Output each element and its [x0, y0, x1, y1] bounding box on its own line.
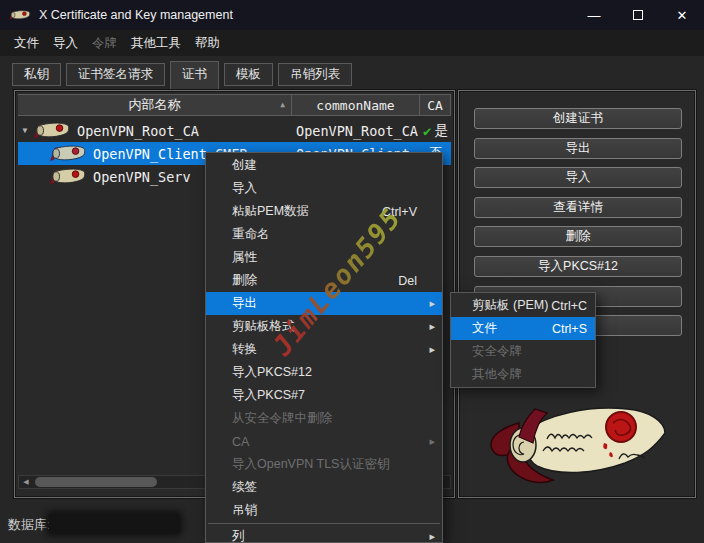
minimize-icon: —: [588, 8, 601, 23]
column-ca[interactable]: CA: [420, 94, 451, 116]
scroll-left-icon[interactable]: ◀: [19, 478, 33, 486]
column-internal-name[interactable]: 内部名称 ▲: [18, 94, 292, 116]
tab-templates[interactable]: 模板: [224, 63, 273, 86]
window-title: X Certificate and Key management: [39, 8, 233, 22]
cert-internal-name: OpenVPN_Serv: [93, 169, 191, 185]
menu-extra[interactable]: 其他工具: [124, 32, 188, 55]
submenu-security-token: 安全令牌: [451, 340, 595, 363]
delete-button[interactable]: 删除: [474, 226, 682, 247]
column-commonname[interactable]: commonName: [292, 94, 420, 116]
ctx-revoke[interactable]: 吊销: [206, 499, 442, 522]
table-row[interactable]: ▼ OpenVPN_Root_CA OpenVPN_Root_CA ✔ 是: [18, 119, 451, 142]
show-details-button[interactable]: 查看详情: [474, 197, 682, 218]
ctx-ca: CA▸: [206, 430, 442, 453]
close-icon: ✕: [677, 8, 688, 23]
menu-token: 令牌: [85, 32, 124, 55]
ctx-rename[interactable]: 重命名: [206, 223, 442, 246]
minimize-button[interactable]: —: [572, 0, 616, 30]
ca-check-icon: ✔: [423, 123, 431, 139]
tab-certificates[interactable]: 证书: [170, 61, 219, 89]
ctx-transform[interactable]: 转换▸: [206, 338, 442, 361]
ctx-properties[interactable]: 属性: [206, 246, 442, 269]
ctx-new[interactable]: 创建: [206, 154, 442, 177]
menubar: 文件 导入 令牌 其他工具 帮助: [0, 30, 704, 56]
ctx-delete-from-token: 从安全令牌中删除: [206, 407, 442, 430]
certificate-icon: [48, 145, 88, 162]
export-button[interactable]: 导出: [474, 138, 682, 159]
xca-window: X Certificate and Key management — ✕ 文件 …: [0, 0, 704, 543]
menu-help[interactable]: 帮助: [188, 32, 227, 55]
database-path-redacted: [49, 514, 179, 533]
tab-private-keys[interactable]: 私钥: [12, 63, 61, 86]
close-button[interactable]: ✕: [660, 0, 704, 30]
certificate-icon: [32, 122, 72, 139]
titlebar: X Certificate and Key management — ✕: [0, 0, 704, 30]
submenu-arrow-icon: ▸: [429, 343, 435, 356]
new-certificate-button[interactable]: 创建证书: [474, 108, 682, 129]
ctx-import-pkcs7[interactable]: 导入PKCS#7: [206, 384, 442, 407]
scrollbar-thumb[interactable]: [35, 477, 157, 487]
maximize-button[interactable]: [616, 0, 660, 30]
tab-revocation-lists[interactable]: 吊销列表: [278, 63, 352, 86]
table-header: 内部名称 ▲ commonName CA: [18, 94, 451, 116]
certificate-icon: [48, 168, 88, 185]
menu-separator: [208, 523, 440, 524]
submenu-arrow-icon: ▸: [429, 435, 435, 448]
export-submenu: 剪贴板 (PEM)Ctrl+C 文件Ctrl+S 安全令牌 其他令牌: [450, 292, 596, 388]
app-certificate-icon: [9, 8, 31, 22]
submenu-arrow-icon: ▸: [429, 297, 435, 310]
xca-scroll-logo: [477, 393, 679, 493]
submenu-arrow-icon: ▸: [429, 320, 435, 333]
submenu-other-token: 其他令牌: [451, 363, 595, 386]
ctx-import-openvpn-tls: 导入OpenVPN TLS认证密钥: [206, 453, 442, 476]
ctx-renewal[interactable]: 续签: [206, 476, 442, 499]
ctx-import-pkcs12[interactable]: 导入PKCS#12: [206, 361, 442, 384]
menu-import[interactable]: 导入: [46, 32, 85, 55]
ctx-columns[interactable]: 列▸: [206, 525, 442, 543]
submenu-clipboard-pem[interactable]: 剪贴板 (PEM)Ctrl+C: [451, 294, 595, 317]
import-button[interactable]: 导入: [474, 167, 682, 188]
database-label: 数据库:: [8, 516, 51, 534]
maximize-icon: [633, 10, 643, 20]
submenu-file[interactable]: 文件Ctrl+S: [451, 317, 595, 340]
menu-file[interactable]: 文件: [7, 32, 46, 55]
tab-csr[interactable]: 证书签名请求: [66, 63, 165, 86]
cert-internal-name: OpenVPN_Root_CA: [77, 123, 199, 139]
submenu-arrow-icon: ▸: [429, 530, 435, 543]
import-pkcs12-button[interactable]: 导入PKCS#12: [474, 256, 682, 277]
tab-bar: 私钥 证书签名请求 证书 模板 吊销列表: [12, 61, 352, 86]
sort-ascending-icon: ▲: [280, 100, 285, 109]
expander-icon[interactable]: ▼: [18, 126, 32, 135]
